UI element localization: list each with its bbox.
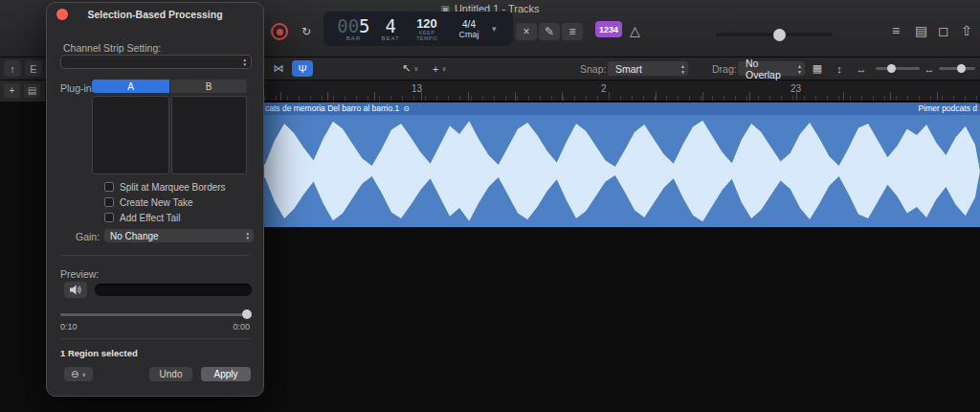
checkbox-box[interactable]	[104, 182, 114, 192]
pointer-icon: ↖	[402, 62, 411, 75]
info-icon[interactable]: ⊙	[403, 104, 410, 113]
checkbox-add-effect-tail[interactable]: Add Effect Tail	[104, 212, 181, 223]
hzoom-icon: ↔	[924, 63, 935, 75]
plugins-tab-a[interactable]: A	[92, 80, 169, 93]
checkbox-split-at-marquee-borders[interactable]: Split at Marquee Borders	[104, 181, 226, 193]
plus-icon: +	[10, 85, 15, 96]
stepper-down-icon: ▼	[680, 69, 685, 75]
lcd-beat-value: 4	[385, 16, 395, 35]
chevron-down-icon: ∨	[441, 65, 446, 73]
region-selected-status: 1 Region selected	[60, 348, 138, 358]
divider	[60, 255, 250, 256]
vzoom-icon: ↕	[836, 63, 842, 75]
up-arrow-button[interactable]: ↑	[4, 60, 21, 77]
region-title: cats de memoria Del barro al barrio.1⊙	[265, 103, 410, 115]
drag-select[interactable]: No Overlap ▲▼	[737, 60, 806, 77]
lcd-chevron-icon[interactable]: ▾	[492, 24, 497, 34]
plugin-list-a[interactable]	[92, 96, 169, 174]
gain-select[interactable]: No Change ▲▼	[104, 229, 254, 242]
crossfade-icon: ⋈	[274, 62, 284, 75]
edit-button[interactable]: E	[25, 60, 42, 77]
add-track-button[interactable]: +	[4, 83, 20, 98]
preview-play-button[interactable]	[64, 282, 87, 298]
horizontal-zoom-button[interactable]: ↔	[853, 60, 870, 77]
snap-select[interactable]: Smart ▲▼	[607, 60, 689, 77]
chevron-down-icon: ∨	[413, 65, 418, 73]
stepper-down-icon: ▼	[243, 62, 247, 67]
checkbox-box[interactable]	[104, 197, 114, 207]
cut-tool-button[interactable]: ×	[515, 22, 538, 41]
checkbox-create-new-take[interactable]: Create New Take	[104, 196, 193, 208]
vertical-zoom-button[interactable]: ↕	[831, 60, 848, 77]
time-elapsed: 0:10	[60, 322, 78, 332]
share-button[interactable]: ⇧	[961, 24, 972, 37]
preview-level-meter	[95, 284, 252, 296]
metronome-icon: △	[630, 23, 640, 38]
layout-button[interactable]: ▤	[915, 24, 927, 37]
apply-button[interactable]: Apply	[201, 367, 251, 381]
lcd-beat-label: BEAT	[382, 35, 400, 41]
preview-position-knob[interactable]	[242, 309, 252, 319]
chat-button[interactable]: ◻	[938, 24, 949, 37]
grid-icon: ▤	[915, 23, 927, 38]
pencil-icon: ✎	[545, 25, 554, 38]
track-options-button[interactable]: ▤	[24, 83, 40, 98]
logic-pro-window: ▣Untitled 1 - Tracks ≡ ↻ 005 BAR 4 BEAT …	[0, 0, 980, 412]
lines-icon: ≡	[892, 23, 900, 38]
channel-strip-value	[61, 60, 67, 71]
region-title-right: Pimer podcats d	[919, 103, 977, 115]
lcd-beat: 4 BEAT	[382, 11, 400, 46]
horizontal-zoom-knob[interactable]	[957, 64, 966, 73]
master-volume-knob[interactable]	[773, 29, 786, 41]
preview-position-slider[interactable]	[60, 313, 250, 316]
toolbar-button[interactable]: ≡	[892, 24, 900, 37]
lcd-tempo-value: 120	[416, 17, 437, 30]
list-icon: ≡	[568, 25, 575, 38]
checkbox-label: Create New Take	[120, 197, 193, 208]
selection-based-processing-dialog: Selection-Based Processing Channel Strip…	[46, 2, 264, 397]
monitor-button[interactable]: ▦	[809, 60, 826, 77]
minus-circle-icon: ⊖	[71, 369, 78, 379]
snap-label: Snap:	[580, 63, 606, 75]
checkbox-box[interactable]	[104, 213, 114, 222]
lcd-bar-ghost: 00	[337, 15, 359, 36]
gain-label: Gain:	[76, 231, 100, 242]
channel-strip-select[interactable]: ▲▼	[60, 55, 252, 69]
vertical-zoom-slider[interactable]	[876, 67, 920, 70]
drag-value: No Overlap	[746, 57, 791, 80]
metronome-button[interactable]: △	[630, 24, 640, 37]
share-icon: ⇧	[961, 23, 972, 38]
undo-button[interactable]: Undo	[149, 367, 192, 381]
flag-icon: ▤	[28, 85, 36, 96]
lcd-bar-label: BAR	[346, 35, 361, 41]
checkbox-label: Split at Marquee Borders	[120, 182, 226, 193]
action-menu-button[interactable]: ⊖ ∨	[64, 367, 93, 381]
plus-icon: +	[433, 63, 438, 75]
cycle-icon: ↻	[301, 25, 311, 38]
cycle-button[interactable]: ↻	[295, 22, 318, 41]
record-button[interactable]	[271, 23, 288, 40]
list-tool-button[interactable]: ≡	[561, 22, 584, 41]
pencil-tool-button[interactable]: ✎	[538, 22, 561, 41]
crossfade-button[interactable]: ⋈	[268, 60, 289, 77]
plugins-tab-b[interactable]: B	[170, 80, 247, 93]
hzoom-icon: ↔	[857, 63, 867, 75]
up-arrow-icon: ↑	[10, 63, 15, 75]
lcd-display[interactable]: 005 BAR 4 BEAT 120 KEEP TEMPO 4/4 Cmaj ▾	[323, 11, 513, 46]
secondary-tool-dropdown[interactable]: + ∨	[433, 60, 447, 77]
chevron-down-icon: ∨	[81, 371, 85, 378]
plugin-list-b[interactable]	[171, 96, 247, 174]
vertical-zoom-knob[interactable]	[887, 64, 896, 73]
tuner-button[interactable]: Ψ	[292, 60, 313, 77]
tuner-icon: Ψ	[298, 63, 306, 75]
lcd-keysig: Cmaj	[458, 30, 479, 39]
lcd-tempo-label2: TEMPO	[416, 35, 437, 41]
lcd-bar: 005 BAR	[337, 11, 369, 46]
count-in-badge[interactable]: 1234	[595, 21, 622, 37]
pointer-tool-dropdown[interactable]: ↖ ∨	[402, 60, 418, 77]
lcd-position: 005 BAR 4 BEAT	[323, 11, 404, 46]
monitor-icon: ▦	[813, 62, 822, 75]
lcd-timesig: 4/4	[462, 19, 476, 30]
zoom-mode-button[interactable]: ↔	[922, 60, 937, 77]
divider	[60, 338, 250, 339]
